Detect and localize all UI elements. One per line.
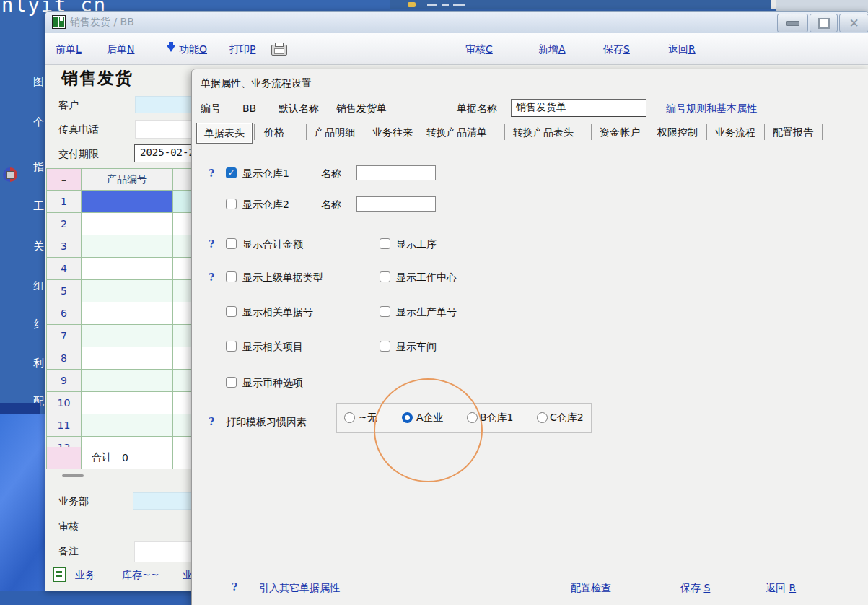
dialog-title: 单据属性、业务流程设置	[201, 77, 312, 90]
row-number: 4	[47, 258, 82, 280]
tab-doc-header[interactable]: 单据表头	[196, 123, 253, 144]
radio-b-warehouse1[interactable]	[467, 412, 478, 423]
page-title: 销售发货	[61, 67, 133, 90]
show-related-doc-label: 显示相关单据号	[242, 306, 313, 319]
close-icon: ✕	[849, 17, 859, 30]
tab-separator	[364, 124, 364, 140]
table-cell[interactable]	[82, 437, 173, 447]
selected-cell[interactable]	[82, 191, 173, 213]
show-currency-checkbox[interactable]	[226, 377, 237, 388]
show-workshop-checkbox[interactable]	[380, 341, 390, 352]
table-header-minus[interactable]: –	[47, 169, 82, 191]
close-button[interactable]: ✕	[839, 14, 868, 32]
table-cell[interactable]	[82, 235, 173, 258]
tab-business-contacts[interactable]: 业务往来	[372, 126, 413, 139]
table-header-product-code[interactable]: 产品编号	[82, 169, 173, 191]
default-name-value: 销售发货单	[336, 103, 387, 116]
radio-none[interactable]	[344, 412, 355, 423]
desktop-app-icon[interactable]	[3, 167, 17, 182]
dialog-save-button[interactable]: 保存 S	[680, 582, 710, 595]
tab-config-report[interactable]: 配置报告	[773, 126, 813, 139]
numbering-rule-link[interactable]: 编号规则和基本属性	[666, 103, 757, 116]
show-related-project-label: 显示相关项目	[242, 341, 303, 354]
desktop-wallpaper-area	[0, 414, 45, 605]
table-cell[interactable]	[82, 392, 173, 414]
show-warehouse1-checkbox[interactable]: ✓	[226, 167, 237, 178]
down-arrow-icon	[167, 45, 175, 52]
tab-business-flow[interactable]: 业务流程	[715, 126, 755, 139]
show-warehouse1-label: 显示仓库1	[242, 167, 289, 180]
show-work-center-checkbox[interactable]	[380, 271, 390, 282]
warehouse1-name-input[interactable]	[356, 165, 436, 180]
table-cell[interactable]	[82, 370, 173, 392]
show-warehouse2-checkbox[interactable]	[226, 199, 237, 209]
warehouse2-name-input[interactable]	[356, 196, 436, 212]
code-value: BB	[242, 103, 256, 114]
background-titlebar-text-fragment	[427, 4, 437, 6]
help-icon[interactable]: ?	[209, 271, 214, 283]
default-name-label: 默认名称	[279, 103, 319, 116]
background-window-titlebar	[390, 0, 771, 9]
tab-separator	[822, 124, 823, 140]
table-cell[interactable]	[82, 258, 173, 280]
show-total-amount-checkbox[interactable]	[226, 238, 237, 249]
table-cell[interactable]	[82, 302, 173, 325]
import-other-props-link[interactable]: 引入其它单据属性	[259, 582, 340, 595]
splitter-handle[interactable]	[62, 474, 84, 477]
show-total-amount-label: 显示合计金额	[242, 238, 303, 251]
window-titlebar[interactable]: 销售发货 / BB ✕	[45, 12, 868, 34]
table-cell[interactable]	[82, 280, 173, 302]
printer-icon[interactable]	[271, 45, 287, 56]
doc-name-input[interactable]: 销售发货单	[511, 99, 646, 117]
config-check-link[interactable]: 配置检查	[571, 582, 611, 595]
print-button[interactable]: 打印P	[229, 43, 255, 56]
help-icon[interactable]: ?	[209, 416, 214, 427]
total-value: 0	[122, 452, 128, 463]
next-doc-button[interactable]: 后单N	[107, 43, 134, 56]
show-parent-type-checkbox[interactable]	[226, 271, 237, 282]
show-currency-label: 显示币种选项	[242, 377, 303, 390]
tab-permission-control[interactable]: 权限控制	[657, 126, 698, 139]
help-icon[interactable]: ?	[232, 581, 237, 593]
show-production-no-label: 显示生产单号	[396, 306, 457, 319]
tab-convert-product-header[interactable]: 转换产品表头	[513, 126, 574, 139]
tab-price[interactable]: 价格	[264, 126, 284, 139]
show-related-project-checkbox[interactable]	[226, 341, 237, 352]
tab-convert-product-list[interactable]: 转换产品清单	[426, 126, 487, 139]
tab-separator	[649, 124, 649, 140]
document-refresh-icon[interactable]	[53, 567, 66, 582]
maximize-button[interactable]	[810, 14, 838, 32]
audit-button[interactable]: 审核C	[465, 43, 493, 56]
save-button[interactable]: 保存S	[603, 43, 630, 56]
table-cell[interactable]	[82, 414, 173, 437]
business-tab-link[interactable]: 业务	[75, 569, 95, 582]
check-icon: ✓	[228, 169, 234, 177]
row-number: 9	[47, 370, 82, 392]
row-number: 6	[47, 302, 82, 325]
show-related-doc-checkbox[interactable]	[226, 306, 237, 317]
code-label: 编号	[201, 103, 221, 116]
show-production-no-checkbox[interactable]	[380, 306, 390, 317]
table-cell[interactable]	[82, 325, 173, 347]
row-number: 10	[47, 392, 82, 414]
help-icon[interactable]: ?	[209, 167, 214, 179]
radio-a-enterprise[interactable]	[402, 412, 413, 423]
add-new-button[interactable]: 新增A	[538, 43, 566, 56]
return-button[interactable]: 返回R	[668, 43, 696, 56]
show-process-checkbox[interactable]	[380, 238, 390, 249]
warehouse2-name-label: 名称	[321, 199, 341, 212]
minimize-button[interactable]	[777, 14, 808, 32]
total-label: 合计	[92, 451, 112, 464]
dialog-return-button[interactable]: 返回 R	[766, 582, 796, 595]
table-cell[interactable]	[82, 213, 173, 235]
tab-fund-account[interactable]: 资金帐户	[600, 126, 640, 139]
inventory-tab-link[interactable]: 库存~~	[122, 569, 159, 582]
table-cell[interactable]	[82, 347, 173, 370]
tab-product-detail[interactable]: 产品明细	[315, 126, 355, 139]
prev-doc-button[interactable]: 前单L	[56, 43, 82, 56]
app-grid-icon	[52, 15, 66, 29]
print-template-label: 打印模板习惯因素	[226, 416, 307, 429]
function-button[interactable]: 功能O	[179, 43, 207, 56]
help-icon[interactable]: ?	[209, 238, 214, 250]
radio-c-warehouse2[interactable]	[537, 412, 548, 423]
